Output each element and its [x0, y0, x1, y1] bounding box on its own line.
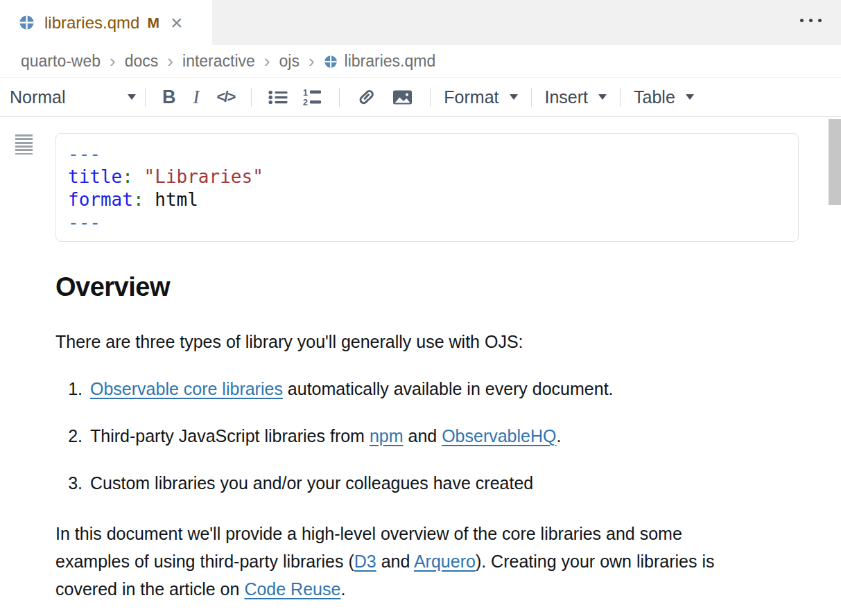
list-item-number: 1.	[55, 378, 90, 400]
code-token: title	[68, 166, 122, 187]
code-line: ---	[68, 143, 786, 166]
doc-link[interactable]: npm	[370, 426, 404, 446]
more-actions-icon[interactable]	[800, 19, 822, 22]
chevron-right-icon: ›	[110, 52, 116, 70]
breadcrumb-item-ojs[interactable]: ojs	[279, 52, 300, 71]
code-token: "Libraries"	[144, 166, 263, 187]
list-item-number: 2.	[55, 425, 90, 447]
chevron-down-icon	[128, 94, 136, 100]
numbered-list-button[interactable]: 1 2	[295, 88, 330, 107]
link-icon	[356, 88, 376, 106]
code-line: title: "Libraries"	[68, 166, 786, 188]
vertical-scrollbar-thumb[interactable]	[829, 119, 841, 205]
insert-image-button[interactable]	[384, 89, 421, 106]
text-segment: and	[404, 426, 442, 446]
doc-link[interactable]: Observable core libraries	[90, 379, 283, 398]
code-token	[144, 189, 155, 210]
doc-link[interactable]: Arquero	[414, 552, 476, 571]
code-token: :	[133, 189, 144, 210]
chevron-right-icon: ›	[167, 52, 173, 70]
chevron-right-icon: ›	[264, 52, 270, 70]
quarto-file-icon	[19, 15, 35, 30]
numbered-list-icon: 1 2	[303, 88, 322, 107]
tab-title: libraries.qmd	[44, 13, 139, 33]
code-line: ---	[68, 211, 786, 234]
bold-button[interactable]: B	[155, 87, 184, 108]
formatting-toolbar: Normal B I </> 1 2	[0, 78, 841, 117]
code-token: :	[122, 166, 133, 187]
breadcrumb-item-interactive[interactable]: interactive	[182, 52, 255, 71]
format-menu-label: Format	[444, 87, 498, 107]
breadcrumb-item-quarto-web[interactable]: quarto-web	[21, 52, 101, 71]
toolbar-separator	[251, 88, 252, 107]
chevron-down-icon	[510, 94, 518, 100]
image-icon	[392, 89, 413, 106]
breadcrumb: quarto-web › docs › interactive › ojs › …	[0, 45, 841, 78]
code-token	[133, 166, 144, 187]
insert-menu[interactable]: Insert	[541, 87, 612, 107]
close-tab-icon[interactable]: ×	[171, 12, 183, 33]
list-item-text: Third-party JavaScript libraries from np…	[90, 425, 561, 447]
table-menu-label: Table	[634, 87, 675, 107]
library-types-list: 1. Observable core libraries automatical…	[55, 378, 841, 494]
paragraph-style-dropdown[interactable]: Normal	[10, 87, 136, 107]
tab-bar: libraries.qmd M ×	[0, 0, 841, 45]
list-item-number: 3.	[55, 473, 90, 494]
modified-badge: M	[147, 15, 159, 31]
chevron-right-icon: ›	[309, 52, 315, 70]
doc-link[interactable]: D3	[354, 552, 376, 571]
code-button[interactable]: </>	[209, 88, 243, 106]
table-menu[interactable]: Table	[630, 87, 698, 107]
bulleted-list-icon	[268, 89, 288, 105]
section-heading: Overview	[55, 272, 841, 302]
tab-libraries-qmd[interactable]: libraries.qmd M ×	[0, 0, 212, 45]
toolbar-separator	[531, 88, 532, 107]
code-token: format	[68, 189, 133, 210]
visual-editor-canvas[interactable]: ---title: "Libraries"format: html--- Ove…	[0, 117, 841, 616]
toolbar-separator	[620, 88, 621, 107]
list-item: 3. Custom libraries you and/or your coll…	[55, 473, 841, 494]
text-segment: automatically available in every documen…	[283, 379, 614, 398]
closing-paragraph: In this document we'll provide a high-le…	[55, 520, 760, 603]
toolbar-separator	[145, 88, 146, 107]
code-line: format: html	[68, 188, 786, 211]
bulleted-list-button[interactable]	[261, 89, 295, 105]
list-item-text: Observable core libraries automatically …	[90, 378, 614, 400]
svg-text:1: 1	[303, 88, 308, 98]
insert-menu-label: Insert	[545, 87, 589, 107]
paragraph-style-value: Normal	[10, 87, 66, 107]
text-segment: .	[557, 426, 562, 446]
text-segment: and	[376, 552, 414, 571]
svg-text:2: 2	[303, 98, 308, 107]
text-segment: Third-party JavaScript libraries from	[90, 426, 370, 446]
code-token: html	[155, 189, 198, 210]
insert-link-button[interactable]	[349, 88, 384, 106]
code-token: ---	[68, 212, 101, 233]
text-segment: Custom libraries you and/or your colleag…	[90, 473, 533, 493]
list-item: 2. Third-party JavaScript libraries from…	[55, 425, 841, 447]
list-item: 1. Observable core libraries automatical…	[55, 378, 841, 400]
toolbar-separator	[430, 88, 431, 107]
breadcrumb-item-file[interactable]: libraries.qmd	[345, 52, 436, 71]
breadcrumb-item-docs[interactable]: docs	[125, 52, 159, 71]
chevron-down-icon	[598, 94, 607, 100]
document-body: ---title: "Libraries"format: html--- Ove…	[0, 117, 841, 603]
toolbar-separator	[339, 88, 340, 107]
format-menu[interactable]: Format	[440, 87, 521, 107]
italic-button[interactable]: I	[184, 87, 209, 108]
intro-paragraph: There are three types of library you'll …	[55, 331, 841, 352]
yaml-front-matter-block[interactable]: ---title: "Libraries"format: html---	[55, 133, 799, 242]
code-token: ---	[68, 143, 101, 164]
doc-link[interactable]: Code Reuse	[244, 579, 340, 599]
chevron-down-icon	[686, 94, 694, 100]
block-drag-handle-icon[interactable]	[15, 134, 33, 155]
quarto-file-icon	[324, 55, 338, 69]
list-item-text: Custom libraries you and/or your colleag…	[90, 473, 533, 494]
doc-link[interactable]: ObservableHQ	[442, 426, 556, 446]
text-segment: .	[340, 579, 345, 599]
